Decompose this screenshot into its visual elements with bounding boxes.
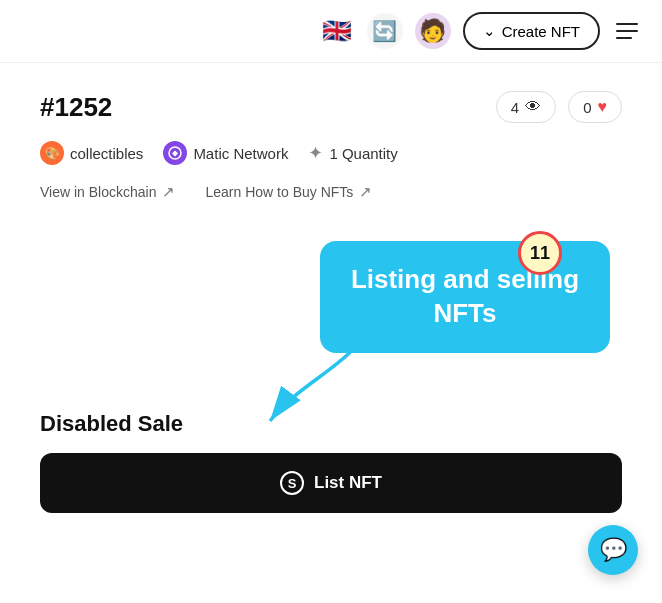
chat-icon: 💬 xyxy=(600,537,627,563)
nft-title: #1252 xyxy=(40,92,112,123)
external-link-icon: ↗ xyxy=(162,183,175,201)
disabled-sale-label: Disabled Sale xyxy=(40,411,622,437)
view-blockchain-link[interactable]: View in Blockchain ↗ xyxy=(40,183,175,201)
network-label: Matic Network xyxy=(193,145,288,162)
learn-buy-link[interactable]: Learn How to Buy NFTs ↗ xyxy=(205,183,372,201)
tooltip-text-line2: NFTs xyxy=(433,298,496,328)
main-content: #1252 4 👁 0 ♥ 🎨 collectibles Ma xyxy=(0,63,662,533)
menu-hamburger-button[interactable] xyxy=(612,19,642,43)
tags-row: 🎨 collectibles Matic Network ✦ 1 Quantit… xyxy=(40,141,622,165)
views-badge: 4 👁 xyxy=(496,91,556,123)
user-avatar[interactable]: 🧑 xyxy=(415,13,451,49)
category-label: collectibles xyxy=(70,145,143,162)
create-nft-button[interactable]: ⌄ Create NFT xyxy=(463,12,600,50)
s-circle-icon: S xyxy=(280,471,304,495)
views-count: 4 xyxy=(511,99,519,116)
language-flag-icon[interactable]: 🇬🇧 xyxy=(319,13,355,49)
step-number: 11 xyxy=(530,243,550,264)
title-row: #1252 4 👁 0 ♥ xyxy=(40,91,622,123)
tooltip-area: 11 Listing and selling NFTs xyxy=(40,231,622,391)
bottom-section: Disabled Sale S List NFT xyxy=(40,411,622,513)
eye-icon: 👁 xyxy=(525,98,541,116)
view-blockchain-label: View in Blockchain xyxy=(40,184,156,200)
hamburger-line xyxy=(616,37,632,39)
links-row: View in Blockchain ↗ Learn How to Buy NF… xyxy=(40,183,622,201)
list-nft-label: List NFT xyxy=(314,473,382,493)
list-nft-button[interactable]: S List NFT xyxy=(40,453,622,513)
hamburger-line xyxy=(616,23,638,25)
external-link-icon-2: ↗ xyxy=(359,183,372,201)
heart-icon: ♥ xyxy=(598,98,608,116)
chevron-down-icon: ⌄ xyxy=(483,22,496,40)
create-nft-label: Create NFT xyxy=(502,23,580,40)
likes-badge[interactable]: 0 ♥ xyxy=(568,91,622,123)
network-tag[interactable]: Matic Network xyxy=(163,141,288,165)
learn-buy-label: Learn How to Buy NFTs xyxy=(205,184,353,200)
stats-row: 4 👁 0 ♥ xyxy=(496,91,622,123)
collectibles-icon: 🎨 xyxy=(40,141,64,165)
quantity-tag: ✦ 1 Quantity xyxy=(308,142,397,164)
quantity-label: 1 Quantity xyxy=(329,145,397,162)
tooltip-bubble: Listing and selling NFTs xyxy=(320,241,610,353)
category-tag[interactable]: 🎨 collectibles xyxy=(40,141,143,165)
chat-fab-button[interactable]: 💬 xyxy=(588,525,638,575)
wallet-icon[interactable]: 🔄 xyxy=(367,13,403,49)
s-symbol: S xyxy=(288,476,297,491)
likes-count: 0 xyxy=(583,99,591,116)
matic-icon xyxy=(163,141,187,165)
hamburger-line xyxy=(616,30,638,32)
sparkle-icon: ✦ xyxy=(308,142,323,164)
header: 🇬🇧 🔄 🧑 ⌄ Create NFT xyxy=(0,0,662,63)
step-badge: 11 xyxy=(518,231,562,275)
